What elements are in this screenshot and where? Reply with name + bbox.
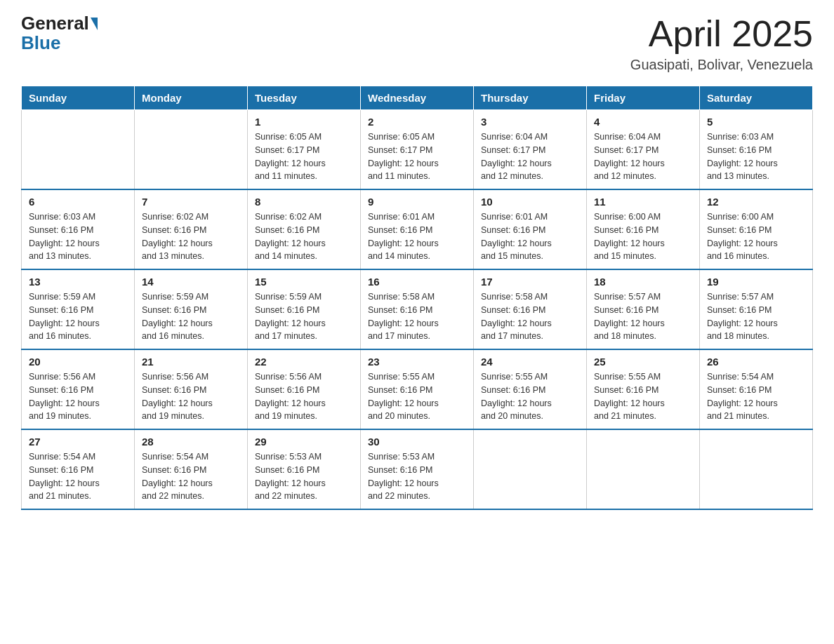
day-info: Sunrise: 5:59 AM Sunset: 6:16 PM Dayligh… bbox=[142, 290, 240, 343]
day-number: 26 bbox=[707, 356, 805, 368]
day-number: 8 bbox=[255, 196, 353, 208]
calendar-cell: 8Sunrise: 6:02 AM Sunset: 6:16 PM Daylig… bbox=[248, 189, 361, 269]
logo-general-text: General bbox=[21, 14, 89, 32]
day-info: Sunrise: 6:05 AM Sunset: 6:17 PM Dayligh… bbox=[368, 130, 466, 183]
calendar-cell: 10Sunrise: 6:01 AM Sunset: 6:16 PM Dayli… bbox=[474, 189, 587, 269]
day-number: 2 bbox=[368, 116, 466, 128]
calendar-cell: 15Sunrise: 5:59 AM Sunset: 6:16 PM Dayli… bbox=[248, 269, 361, 349]
calendar-week-row: 6Sunrise: 6:03 AM Sunset: 6:16 PM Daylig… bbox=[22, 189, 813, 269]
logo: General Blue bbox=[21, 14, 98, 54]
day-number: 4 bbox=[594, 116, 692, 128]
day-number: 11 bbox=[594, 196, 692, 208]
day-info: Sunrise: 6:03 AM Sunset: 6:16 PM Dayligh… bbox=[29, 210, 127, 263]
calendar-cell: 18Sunrise: 5:57 AM Sunset: 6:16 PM Dayli… bbox=[587, 269, 700, 349]
calendar-cell: 24Sunrise: 5:55 AM Sunset: 6:16 PM Dayli… bbox=[474, 349, 587, 429]
days-of-week-row: SundayMondayTuesdayWednesdayThursdayFrid… bbox=[22, 86, 813, 110]
calendar-body: 1Sunrise: 6:05 AM Sunset: 6:17 PM Daylig… bbox=[22, 110, 813, 510]
day-info: Sunrise: 5:53 AM Sunset: 6:16 PM Dayligh… bbox=[255, 450, 353, 503]
day-info: Sunrise: 5:54 AM Sunset: 6:16 PM Dayligh… bbox=[29, 450, 127, 503]
day-of-week-header: Sunday bbox=[22, 86, 135, 110]
day-number: 9 bbox=[368, 196, 466, 208]
calendar-cell: 30Sunrise: 5:53 AM Sunset: 6:16 PM Dayli… bbox=[361, 429, 474, 509]
calendar-week-row: 27Sunrise: 5:54 AM Sunset: 6:16 PM Dayli… bbox=[22, 429, 813, 509]
calendar-cell: 17Sunrise: 5:58 AM Sunset: 6:16 PM Dayli… bbox=[474, 269, 587, 349]
calendar-cell bbox=[474, 429, 587, 509]
day-info: Sunrise: 5:58 AM Sunset: 6:16 PM Dayligh… bbox=[481, 290, 579, 343]
calendar-cell: 27Sunrise: 5:54 AM Sunset: 6:16 PM Dayli… bbox=[22, 429, 135, 509]
calendar-cell: 13Sunrise: 5:59 AM Sunset: 6:16 PM Dayli… bbox=[22, 269, 135, 349]
day-of-week-header: Tuesday bbox=[248, 86, 361, 110]
day-info: Sunrise: 5:58 AM Sunset: 6:16 PM Dayligh… bbox=[368, 290, 466, 343]
day-info: Sunrise: 6:01 AM Sunset: 6:16 PM Dayligh… bbox=[368, 210, 466, 263]
day-number: 12 bbox=[707, 196, 805, 208]
calendar-cell: 12Sunrise: 6:00 AM Sunset: 6:16 PM Dayli… bbox=[700, 189, 813, 269]
day-number: 24 bbox=[481, 356, 579, 368]
calendar-cell: 20Sunrise: 5:56 AM Sunset: 6:16 PM Dayli… bbox=[22, 349, 135, 429]
day-number: 18 bbox=[594, 276, 692, 288]
day-number: 6 bbox=[29, 196, 127, 208]
calendar-cell: 7Sunrise: 6:02 AM Sunset: 6:16 PM Daylig… bbox=[135, 189, 248, 269]
calendar-cell: 6Sunrise: 6:03 AM Sunset: 6:16 PM Daylig… bbox=[22, 189, 135, 269]
day-info: Sunrise: 6:02 AM Sunset: 6:16 PM Dayligh… bbox=[255, 210, 353, 263]
day-number: 29 bbox=[255, 436, 353, 448]
calendar-cell bbox=[22, 110, 135, 190]
day-number: 25 bbox=[594, 356, 692, 368]
title-block: April 2025 Guasipati, Bolivar, Venezuela bbox=[630, 14, 813, 73]
day-info: Sunrise: 5:55 AM Sunset: 6:16 PM Dayligh… bbox=[594, 370, 692, 423]
day-info: Sunrise: 5:55 AM Sunset: 6:16 PM Dayligh… bbox=[368, 370, 466, 423]
day-number: 10 bbox=[481, 196, 579, 208]
day-info: Sunrise: 6:00 AM Sunset: 6:16 PM Dayligh… bbox=[707, 210, 805, 263]
calendar-cell: 23Sunrise: 5:55 AM Sunset: 6:16 PM Dayli… bbox=[361, 349, 474, 429]
calendar-header: SundayMondayTuesdayWednesdayThursdayFrid… bbox=[22, 86, 813, 110]
day-number: 19 bbox=[707, 276, 805, 288]
calendar-cell bbox=[587, 429, 700, 509]
day-info: Sunrise: 6:01 AM Sunset: 6:16 PM Dayligh… bbox=[481, 210, 579, 263]
calendar-cell: 1Sunrise: 6:05 AM Sunset: 6:17 PM Daylig… bbox=[248, 110, 361, 190]
day-of-week-header: Monday bbox=[135, 86, 248, 110]
calendar-cell: 22Sunrise: 5:56 AM Sunset: 6:16 PM Dayli… bbox=[248, 349, 361, 429]
day-info: Sunrise: 6:03 AM Sunset: 6:16 PM Dayligh… bbox=[707, 130, 805, 183]
day-number: 16 bbox=[368, 276, 466, 288]
day-of-week-header: Saturday bbox=[700, 86, 813, 110]
day-info: Sunrise: 5:54 AM Sunset: 6:16 PM Dayligh… bbox=[142, 450, 240, 503]
day-info: Sunrise: 5:59 AM Sunset: 6:16 PM Dayligh… bbox=[255, 290, 353, 343]
page-title: April 2025 bbox=[630, 14, 813, 54]
calendar-cell: 14Sunrise: 5:59 AM Sunset: 6:16 PM Dayli… bbox=[135, 269, 248, 349]
day-info: Sunrise: 5:54 AM Sunset: 6:16 PM Dayligh… bbox=[707, 370, 805, 423]
calendar-cell: 11Sunrise: 6:00 AM Sunset: 6:16 PM Dayli… bbox=[587, 189, 700, 269]
day-info: Sunrise: 6:05 AM Sunset: 6:17 PM Dayligh… bbox=[255, 130, 353, 183]
day-info: Sunrise: 5:59 AM Sunset: 6:16 PM Dayligh… bbox=[29, 290, 127, 343]
day-of-week-header: Friday bbox=[587, 86, 700, 110]
calendar-week-row: 1Sunrise: 6:05 AM Sunset: 6:17 PM Daylig… bbox=[22, 110, 813, 190]
day-info: Sunrise: 6:02 AM Sunset: 6:16 PM Dayligh… bbox=[142, 210, 240, 263]
day-number: 27 bbox=[29, 436, 127, 448]
day-of-week-header: Thursday bbox=[474, 86, 587, 110]
day-info: Sunrise: 5:56 AM Sunset: 6:16 PM Dayligh… bbox=[255, 370, 353, 423]
calendar-cell: 19Sunrise: 5:57 AM Sunset: 6:16 PM Dayli… bbox=[700, 269, 813, 349]
day-info: Sunrise: 5:56 AM Sunset: 6:16 PM Dayligh… bbox=[142, 370, 240, 423]
day-of-week-header: Wednesday bbox=[361, 86, 474, 110]
day-info: Sunrise: 5:53 AM Sunset: 6:16 PM Dayligh… bbox=[368, 450, 466, 503]
day-number: 1 bbox=[255, 116, 353, 128]
logo-triangle-icon bbox=[91, 18, 98, 30]
day-info: Sunrise: 5:56 AM Sunset: 6:16 PM Dayligh… bbox=[29, 370, 127, 423]
page-header: General Blue April 2025 Guasipati, Boliv… bbox=[21, 14, 813, 73]
day-number: 21 bbox=[142, 356, 240, 368]
day-info: Sunrise: 6:04 AM Sunset: 6:17 PM Dayligh… bbox=[481, 130, 579, 183]
logo-blue-text: Blue bbox=[21, 32, 60, 54]
calendar-week-row: 20Sunrise: 5:56 AM Sunset: 6:16 PM Dayli… bbox=[22, 349, 813, 429]
calendar-cell: 9Sunrise: 6:01 AM Sunset: 6:16 PM Daylig… bbox=[361, 189, 474, 269]
day-number: 22 bbox=[255, 356, 353, 368]
calendar-cell bbox=[135, 110, 248, 190]
calendar-cell: 29Sunrise: 5:53 AM Sunset: 6:16 PM Dayli… bbox=[248, 429, 361, 509]
calendar-cell: 5Sunrise: 6:03 AM Sunset: 6:16 PM Daylig… bbox=[700, 110, 813, 190]
day-number: 5 bbox=[707, 116, 805, 128]
page-subtitle: Guasipati, Bolivar, Venezuela bbox=[630, 57, 813, 73]
day-number: 20 bbox=[29, 356, 127, 368]
calendar-cell: 21Sunrise: 5:56 AM Sunset: 6:16 PM Dayli… bbox=[135, 349, 248, 429]
day-info: Sunrise: 5:55 AM Sunset: 6:16 PM Dayligh… bbox=[481, 370, 579, 423]
calendar-cell: 25Sunrise: 5:55 AM Sunset: 6:16 PM Dayli… bbox=[587, 349, 700, 429]
calendar-cell: 2Sunrise: 6:05 AM Sunset: 6:17 PM Daylig… bbox=[361, 110, 474, 190]
day-number: 17 bbox=[481, 276, 579, 288]
day-number: 23 bbox=[368, 356, 466, 368]
